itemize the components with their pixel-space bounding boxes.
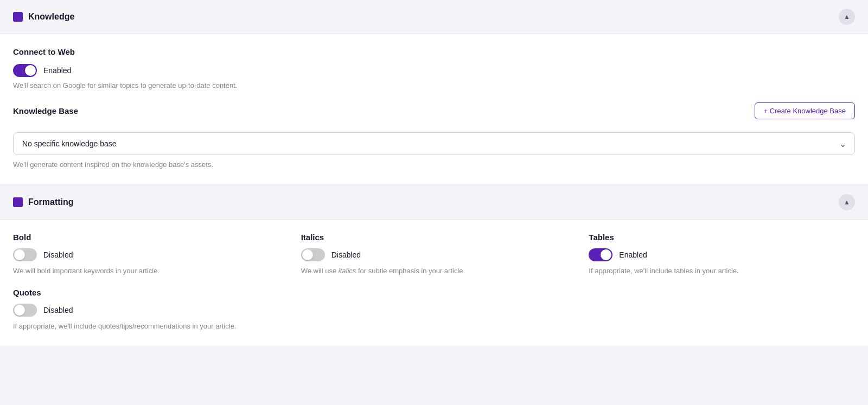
formatting-section-header: Formatting ▲ xyxy=(0,185,868,220)
formatting-grid-row1: Bold Disabled We will bold important key… xyxy=(13,233,855,275)
bold-format-item: Bold Disabled We will bold important key… xyxy=(13,233,279,275)
italics-hint-italic: italics xyxy=(339,267,356,275)
tables-toggle-label: Enabled xyxy=(619,250,647,259)
bold-toggle-row: Disabled xyxy=(13,248,279,261)
italics-hint: We will use italics for subtle emphasis … xyxy=(301,267,567,275)
quotes-hint: If appropriate, we'll include quotes/tip… xyxy=(13,322,279,330)
knowledge-base-label: Knowledge Base xyxy=(13,106,78,115)
knowledge-base-select[interactable]: No specific knowledge base xyxy=(13,132,855,155)
connect-to-web-toggle-row: Enabled xyxy=(13,64,855,77)
knowledge-title-group: Knowledge xyxy=(13,12,74,22)
italics-hint-prefix: We will use xyxy=(301,267,339,275)
italics-format-item: Italics Disabled We will use italics for… xyxy=(301,233,567,275)
italics-toggle-label: Disabled xyxy=(331,250,361,259)
quotes-toggle[interactable] xyxy=(13,304,37,317)
tables-toggle[interactable] xyxy=(589,248,612,261)
page-container: Knowledge ▲ Connect to Web Enabled We'll… xyxy=(0,0,868,345)
formatting-section-body: Bold Disabled We will bold important key… xyxy=(0,220,868,345)
connect-to-web-toggle-label: Enabled xyxy=(43,66,71,75)
knowledge-section-title: Knowledge xyxy=(28,12,74,22)
bold-toggle[interactable] xyxy=(13,248,37,261)
formatting-icon xyxy=(13,197,23,207)
tables-toggle-row: Enabled xyxy=(589,248,855,261)
formatting-title-group: Formatting xyxy=(13,197,74,207)
knowledge-section-body: Connect to Web Enabled We'll search on G… xyxy=(0,34,868,184)
knowledge-section-header: Knowledge ▲ xyxy=(0,0,868,34)
knowledge-base-header-row: Knowledge Base + Create Knowledge Base xyxy=(13,102,855,119)
tables-label: Tables xyxy=(589,233,855,242)
knowledge-base-hint: We'll generate content inspired on the k… xyxy=(13,160,855,169)
bold-hint: We will bold important keywords in your … xyxy=(13,267,279,275)
bold-toggle-label: Disabled xyxy=(43,250,73,259)
italics-toggle-row: Disabled xyxy=(301,248,567,261)
quotes-label: Quotes xyxy=(13,288,279,297)
italics-toggle[interactable] xyxy=(301,248,325,261)
tables-hint: If appropriate, we'll include tables in … xyxy=(589,267,855,275)
formatting-collapse-button[interactable]: ▲ xyxy=(839,194,855,210)
formatting-section: Formatting ▲ Bold Disa xyxy=(0,185,868,345)
bold-label: Bold xyxy=(13,233,279,242)
create-knowledge-base-button[interactable]: + Create Knowledge Base xyxy=(755,102,855,119)
formatting-section-title: Formatting xyxy=(28,197,74,207)
quotes-toggle-label: Disabled xyxy=(43,306,73,314)
knowledge-section: Knowledge ▲ Connect to Web Enabled We'll… xyxy=(0,0,868,184)
connect-to-web-hint: We'll search on Google for similar topic… xyxy=(13,81,855,89)
quotes-format-item: Quotes Disabled If appropriate, we'll in… xyxy=(13,288,279,330)
quotes-toggle-row: Disabled xyxy=(13,304,279,317)
italics-label: Italics xyxy=(301,233,567,242)
formatting-grid-row2: Quotes Disabled If appropriate, we'll in… xyxy=(13,288,855,330)
tables-format-item: Tables Enabled If appropriate, we'll inc… xyxy=(589,233,855,275)
italics-hint-suffix: for subtle emphasis in your article. xyxy=(356,267,465,275)
knowledge-collapse-button[interactable]: ▲ xyxy=(839,9,855,25)
knowledge-base-select-wrapper: No specific knowledge base ⌄ xyxy=(13,132,855,155)
connect-to-web-label: Connect to Web xyxy=(13,47,855,56)
connect-to-web-toggle[interactable] xyxy=(13,64,37,77)
knowledge-icon xyxy=(13,12,23,22)
